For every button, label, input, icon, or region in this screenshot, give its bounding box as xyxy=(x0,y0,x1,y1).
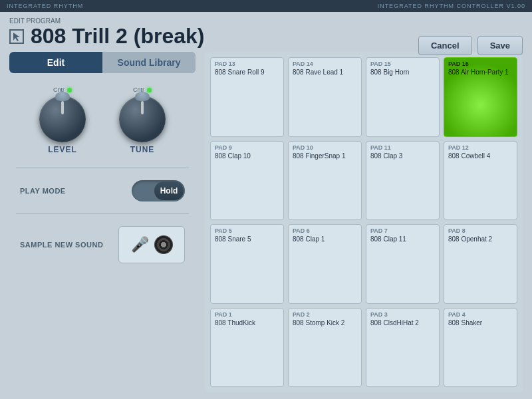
pad-number-pad14: PAD 14 xyxy=(293,61,357,67)
toggle-knob: Hold xyxy=(154,182,184,200)
pad-pad2[interactable]: PAD 2808 Stomp Kick 2 xyxy=(288,308,362,387)
pad-number-pad2: PAD 2 xyxy=(293,311,357,318)
pad-pad8[interactable]: PAD 8808 Openhat 2 xyxy=(444,224,517,303)
pad-number-pad1: PAD 1 xyxy=(215,311,279,318)
pad-pad15[interactable]: PAD 15808 Big Horn xyxy=(366,57,440,136)
tune-knob-top xyxy=(135,92,150,101)
level-led xyxy=(67,88,72,92)
pad-name-pad16: 808 Air Horn-Party 1 xyxy=(448,68,513,76)
tab-edit[interactable]: Edit xyxy=(9,52,102,73)
pad-pad5[interactable]: PAD 5808 Snare 5 xyxy=(210,224,284,303)
pad-name-pad5: 808 Snare 5 xyxy=(215,235,279,243)
pad-pad14[interactable]: PAD 14808 Rave Lead 1 xyxy=(288,57,362,136)
pad-pad10[interactable]: PAD 10808 FingerSnap 1 xyxy=(288,141,362,220)
pad-number-pad7: PAD 7 xyxy=(370,227,435,234)
tune-led xyxy=(147,88,152,92)
main-container: EDIT PROGRAM 808 Trill 2 (break) Cancel … xyxy=(0,12,532,399)
pad-number-pad15: PAD 15 xyxy=(370,61,435,67)
play-mode-row: PLAY MODE Hold xyxy=(9,175,196,207)
pad-pad4[interactable]: PAD 4808 Shaker xyxy=(444,308,517,387)
tab-library[interactable]: Sound Library xyxy=(102,52,196,73)
vinyl-icon xyxy=(154,235,173,254)
sample-row: SAMPLE NEW SOUND 🎤 xyxy=(9,221,196,269)
save-button[interactable]: Save xyxy=(477,36,523,55)
divider-1 xyxy=(16,168,189,168)
tune-knob-group: Cntr TUNE xyxy=(119,86,166,154)
header: EDIT PROGRAM 808 Trill 2 (break) Cancel … xyxy=(0,12,532,52)
pad-name-pad2: 808 Stomp Kick 2 xyxy=(293,319,357,327)
pads-grid: PAD 13808 Snare Roll 9PAD 14808 Rave Lea… xyxy=(205,52,523,392)
pad-number-pad6: PAD 6 xyxy=(293,227,357,234)
pad-name-pad7: 808 Clap 11 xyxy=(370,235,435,243)
pad-pad12[interactable]: PAD 12808 Cowbell 4 xyxy=(444,141,517,220)
pad-pad1[interactable]: PAD 1808 ThudKick xyxy=(210,308,284,387)
pad-number-pad5: PAD 5 xyxy=(215,227,279,234)
top-bar-left: INTEGRATED RHYTHM xyxy=(7,3,83,9)
pad-number-pad3: PAD 3 xyxy=(370,311,435,318)
mic-icon: 🎤 xyxy=(131,236,149,253)
pad-name-pad11: 808 Clap 3 xyxy=(370,152,435,160)
pad-name-pad12: 808 Cowbell 4 xyxy=(448,152,513,160)
level-knob-group: Cntr LEVEL xyxy=(39,86,86,154)
pad-pad7[interactable]: PAD 7808 Clap 11 xyxy=(366,224,440,303)
tune-knob[interactable] xyxy=(119,96,166,142)
pad-pad13[interactable]: PAD 13808 Snare Roll 9 xyxy=(210,57,284,136)
divider-2 xyxy=(16,213,189,214)
pad-number-pad16: PAD 16 xyxy=(448,61,513,67)
pad-number-pad11: PAD 11 xyxy=(370,144,435,151)
sample-label: SAMPLE NEW SOUND xyxy=(20,241,105,249)
sample-box[interactable]: 🎤 xyxy=(118,226,185,263)
header-actions: Cancel Save xyxy=(418,36,523,55)
cursor-icon xyxy=(9,29,24,44)
play-mode-label: PLAY MODE xyxy=(20,187,118,195)
pad-pad16[interactable]: PAD 16808 Air Horn-Party 1 xyxy=(444,57,517,136)
level-knob-top xyxy=(55,92,70,101)
pad-number-pad8: PAD 8 xyxy=(448,227,513,234)
pad-name-pad15: 808 Big Horn xyxy=(370,68,435,76)
tab-bar: Edit Sound Library xyxy=(9,52,196,73)
pad-name-pad14: 808 Rave Lead 1 xyxy=(293,68,357,76)
pad-number-pad4: PAD 4 xyxy=(448,311,513,318)
pad-name-pad1: 808 ThudKick xyxy=(215,319,279,327)
content-area: Edit Sound Library Cntr LEVEL Cntr xyxy=(0,52,532,399)
top-bar-right: INTEGRATED RHYTHM CONTROLLER V1.00 xyxy=(378,3,525,9)
pad-name-pad8: 808 Openhat 2 xyxy=(448,235,513,243)
pad-name-pad10: 808 FingerSnap 1 xyxy=(293,152,357,160)
level-label: LEVEL xyxy=(48,145,77,154)
pad-pad6[interactable]: PAD 6808 Clap 1 xyxy=(288,224,362,303)
svg-marker-0 xyxy=(13,33,20,41)
pad-name-pad13: 808 Snare Roll 9 xyxy=(215,68,279,76)
knobs-row: Cntr LEVEL Cntr TUNE xyxy=(9,80,196,161)
pad-number-pad9: PAD 9 xyxy=(215,144,279,151)
tune-label: TUNE xyxy=(130,145,155,154)
left-panel: Edit Sound Library Cntr LEVEL Cntr xyxy=(9,52,196,392)
pad-name-pad3: 808 ClsdHiHat 2 xyxy=(370,319,435,327)
play-mode-toggle[interactable]: Hold xyxy=(132,180,185,201)
pad-name-pad9: 808 Clap 10 xyxy=(215,152,279,160)
pad-name-pad4: 808 Shaker xyxy=(448,319,513,327)
pad-pad3[interactable]: PAD 3808 ClsdHiHat 2 xyxy=(366,308,440,387)
level-knob[interactable] xyxy=(39,96,86,142)
top-bar: INTEGRATED RHYTHM INTEGRATED RHYTHM CONT… xyxy=(0,0,532,12)
cancel-button[interactable]: Cancel xyxy=(418,36,472,55)
pad-number-pad10: PAD 10 xyxy=(293,144,357,151)
pad-pad11[interactable]: PAD 11808 Clap 3 xyxy=(366,141,440,220)
pad-pad9[interactable]: PAD 9808 Clap 10 xyxy=(210,141,284,220)
pad-name-pad6: 808 Clap 1 xyxy=(293,235,357,243)
pad-number-pad12: PAD 12 xyxy=(448,144,513,151)
pad-number-pad13: PAD 13 xyxy=(215,61,279,67)
